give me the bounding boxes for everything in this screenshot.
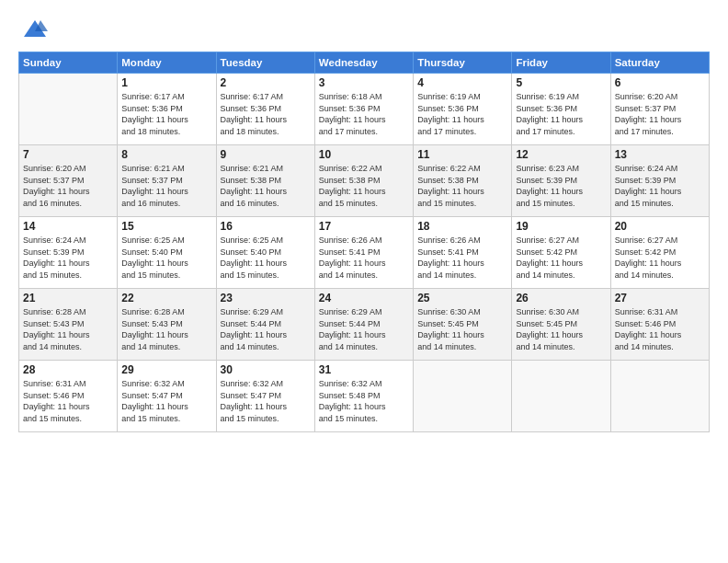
calendar-cell: 7Sunrise: 6:20 AM Sunset: 5:37 PM Daylig… bbox=[19, 145, 118, 217]
day-info: Sunrise: 6:17 AM Sunset: 5:36 PM Dayligh… bbox=[121, 91, 211, 137]
day-info: Sunrise: 6:22 AM Sunset: 5:38 PM Dayligh… bbox=[319, 163, 409, 209]
calendar-cell: 31Sunrise: 6:32 AM Sunset: 5:48 PM Dayli… bbox=[314, 361, 413, 432]
day-info: Sunrise: 6:30 AM Sunset: 5:45 PM Dayligh… bbox=[516, 306, 606, 352]
calendar-cell: 17Sunrise: 6:26 AM Sunset: 5:41 PM Dayli… bbox=[314, 217, 413, 289]
day-info: Sunrise: 6:29 AM Sunset: 5:44 PM Dayligh… bbox=[221, 306, 311, 352]
calendar-cell: 21Sunrise: 6:28 AM Sunset: 5:43 PM Dayli… bbox=[19, 289, 118, 361]
weekday-header: Wednesday bbox=[314, 52, 413, 74]
day-info: Sunrise: 6:25 AM Sunset: 5:40 PM Dayligh… bbox=[221, 235, 311, 281]
weekday-header: Saturday bbox=[610, 52, 709, 74]
day-info: Sunrise: 6:30 AM Sunset: 5:45 PM Dayligh… bbox=[417, 306, 507, 352]
calendar-cell: 30Sunrise: 6:32 AM Sunset: 5:47 PM Dayli… bbox=[216, 361, 314, 432]
calendar-cell: 5Sunrise: 6:19 AM Sunset: 5:36 PM Daylig… bbox=[512, 74, 610, 145]
day-number: 21 bbox=[23, 292, 113, 304]
day-number: 27 bbox=[615, 292, 705, 304]
day-info: Sunrise: 6:21 AM Sunset: 5:38 PM Dayligh… bbox=[221, 163, 311, 209]
day-number: 23 bbox=[221, 292, 311, 304]
day-info: Sunrise: 6:28 AM Sunset: 5:43 PM Dayligh… bbox=[121, 306, 211, 352]
day-number: 30 bbox=[221, 363, 311, 376]
calendar-cell: 18Sunrise: 6:26 AM Sunset: 5:41 PM Dayli… bbox=[414, 217, 512, 289]
day-number: 20 bbox=[615, 220, 705, 233]
day-info: Sunrise: 6:20 AM Sunset: 5:37 PM Dayligh… bbox=[615, 91, 705, 137]
day-number: 31 bbox=[319, 363, 409, 376]
weekday-header: Monday bbox=[118, 52, 216, 74]
calendar-cell: 11Sunrise: 6:22 AM Sunset: 5:38 PM Dayli… bbox=[414, 145, 512, 217]
calendar-cell: 25Sunrise: 6:30 AM Sunset: 5:45 PM Dayli… bbox=[414, 289, 512, 361]
weekday-header: Friday bbox=[512, 52, 610, 74]
day-number: 14 bbox=[23, 220, 113, 233]
day-info: Sunrise: 6:24 AM Sunset: 5:39 PM Dayligh… bbox=[23, 235, 113, 281]
calendar-week-row: 28Sunrise: 6:31 AM Sunset: 5:46 PM Dayli… bbox=[19, 361, 710, 432]
day-info: Sunrise: 6:18 AM Sunset: 5:36 PM Dayligh… bbox=[319, 91, 409, 137]
calendar-cell: 1Sunrise: 6:17 AM Sunset: 5:36 PM Daylig… bbox=[118, 74, 216, 145]
day-number: 16 bbox=[221, 220, 311, 233]
day-number: 10 bbox=[319, 148, 409, 161]
day-number: 6 bbox=[615, 76, 705, 89]
page: SundayMondayTuesdayWednesdayThursdayFrid… bbox=[0, 0, 728, 563]
day-number: 18 bbox=[417, 220, 507, 233]
day-info: Sunrise: 6:27 AM Sunset: 5:42 PM Dayligh… bbox=[615, 235, 705, 281]
calendar-cell: 27Sunrise: 6:31 AM Sunset: 5:46 PM Dayli… bbox=[610, 289, 709, 361]
calendar: SundayMondayTuesdayWednesdayThursdayFrid… bbox=[18, 52, 710, 432]
calendar-cell: 26Sunrise: 6:30 AM Sunset: 5:45 PM Dayli… bbox=[512, 289, 610, 361]
calendar-week-row: 21Sunrise: 6:28 AM Sunset: 5:43 PM Dayli… bbox=[19, 289, 710, 361]
calendar-week-row: 14Sunrise: 6:24 AM Sunset: 5:39 PM Dayli… bbox=[19, 217, 710, 289]
day-number: 13 bbox=[615, 148, 705, 161]
day-number: 7 bbox=[23, 148, 113, 161]
day-number: 3 bbox=[319, 76, 409, 89]
calendar-cell: 20Sunrise: 6:27 AM Sunset: 5:42 PM Dayli… bbox=[610, 217, 709, 289]
day-info: Sunrise: 6:32 AM Sunset: 5:47 PM Dayligh… bbox=[121, 378, 211, 424]
day-info: Sunrise: 6:32 AM Sunset: 5:48 PM Dayligh… bbox=[319, 378, 409, 424]
day-info: Sunrise: 6:29 AM Sunset: 5:44 PM Dayligh… bbox=[319, 306, 409, 352]
day-info: Sunrise: 6:31 AM Sunset: 5:46 PM Dayligh… bbox=[615, 306, 705, 352]
day-number: 29 bbox=[121, 363, 211, 376]
weekday-header: Tuesday bbox=[216, 52, 314, 74]
calendar-week-row: 7Sunrise: 6:20 AM Sunset: 5:37 PM Daylig… bbox=[19, 145, 710, 217]
weekday-header: Thursday bbox=[414, 52, 512, 74]
day-number: 17 bbox=[319, 220, 409, 233]
calendar-cell: 19Sunrise: 6:27 AM Sunset: 5:42 PM Dayli… bbox=[512, 217, 610, 289]
calendar-cell: 12Sunrise: 6:23 AM Sunset: 5:39 PM Dayli… bbox=[512, 145, 610, 217]
day-number: 15 bbox=[121, 220, 211, 233]
day-number: 8 bbox=[121, 148, 211, 161]
calendar-cell: 10Sunrise: 6:22 AM Sunset: 5:38 PM Dayli… bbox=[314, 145, 413, 217]
logo-icon bbox=[22, 17, 48, 42]
header bbox=[18, 17, 710, 42]
day-number: 11 bbox=[417, 148, 507, 161]
day-info: Sunrise: 6:26 AM Sunset: 5:41 PM Dayligh… bbox=[417, 235, 507, 281]
calendar-cell: 15Sunrise: 6:25 AM Sunset: 5:40 PM Dayli… bbox=[118, 217, 216, 289]
day-info: Sunrise: 6:27 AM Sunset: 5:42 PM Dayligh… bbox=[516, 235, 606, 281]
day-number: 25 bbox=[417, 292, 507, 304]
calendar-cell: 23Sunrise: 6:29 AM Sunset: 5:44 PM Dayli… bbox=[216, 289, 314, 361]
day-number: 24 bbox=[319, 292, 409, 304]
calendar-cell: 24Sunrise: 6:29 AM Sunset: 5:44 PM Dayli… bbox=[314, 289, 413, 361]
day-number: 28 bbox=[23, 363, 113, 376]
day-info: Sunrise: 6:31 AM Sunset: 5:46 PM Dayligh… bbox=[23, 378, 113, 424]
day-info: Sunrise: 6:17 AM Sunset: 5:36 PM Dayligh… bbox=[221, 91, 311, 137]
day-number: 22 bbox=[121, 292, 211, 304]
day-number: 9 bbox=[221, 148, 311, 161]
calendar-cell: 14Sunrise: 6:24 AM Sunset: 5:39 PM Dayli… bbox=[19, 217, 118, 289]
day-number: 19 bbox=[516, 220, 606, 233]
calendar-cell: 2Sunrise: 6:17 AM Sunset: 5:36 PM Daylig… bbox=[216, 74, 314, 145]
logo bbox=[18, 17, 48, 42]
calendar-cell: 29Sunrise: 6:32 AM Sunset: 5:47 PM Dayli… bbox=[118, 361, 216, 432]
weekday-header: Sunday bbox=[19, 52, 118, 74]
day-info: Sunrise: 6:22 AM Sunset: 5:38 PM Dayligh… bbox=[417, 163, 507, 209]
day-info: Sunrise: 6:19 AM Sunset: 5:36 PM Dayligh… bbox=[516, 91, 606, 137]
day-number: 4 bbox=[417, 76, 507, 89]
calendar-cell bbox=[610, 361, 709, 432]
calendar-cell: 6Sunrise: 6:20 AM Sunset: 5:37 PM Daylig… bbox=[610, 74, 709, 145]
calendar-cell bbox=[512, 361, 610, 432]
day-number: 2 bbox=[221, 76, 311, 89]
day-info: Sunrise: 6:25 AM Sunset: 5:40 PM Dayligh… bbox=[121, 235, 211, 281]
weekday-header-row: SundayMondayTuesdayWednesdayThursdayFrid… bbox=[19, 52, 710, 74]
calendar-cell: 22Sunrise: 6:28 AM Sunset: 5:43 PM Dayli… bbox=[118, 289, 216, 361]
day-number: 26 bbox=[516, 292, 606, 304]
calendar-week-row: 1Sunrise: 6:17 AM Sunset: 5:36 PM Daylig… bbox=[19, 74, 710, 145]
day-info: Sunrise: 6:23 AM Sunset: 5:39 PM Dayligh… bbox=[516, 163, 606, 209]
calendar-cell: 16Sunrise: 6:25 AM Sunset: 5:40 PM Dayli… bbox=[216, 217, 314, 289]
day-info: Sunrise: 6:21 AM Sunset: 5:37 PM Dayligh… bbox=[121, 163, 211, 209]
calendar-cell: 8Sunrise: 6:21 AM Sunset: 5:37 PM Daylig… bbox=[118, 145, 216, 217]
calendar-cell: 3Sunrise: 6:18 AM Sunset: 5:36 PM Daylig… bbox=[314, 74, 413, 145]
